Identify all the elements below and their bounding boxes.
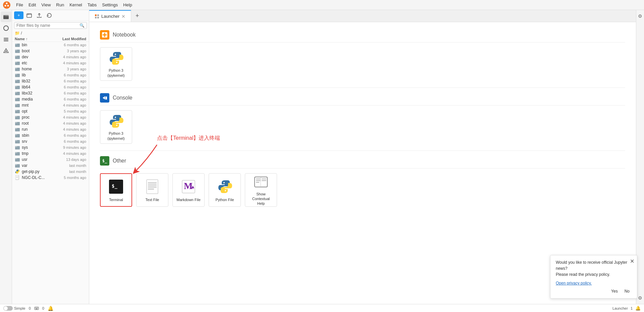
notebook-section-header: Notebook	[100, 30, 625, 43]
console-items: Python 3(ipykernel)	[100, 110, 625, 144]
menu-settings[interactable]: Settings	[99, 1, 120, 9]
svg-rect-51	[15, 152, 17, 153]
other-section-header: $_ Other	[100, 156, 625, 169]
right-settings-bottom-icon[interactable]: ⚙	[637, 295, 644, 301]
menu-run[interactable]: Run	[53, 1, 67, 9]
folder-button[interactable]	[25, 12, 34, 19]
file-item[interactable]: etc 4 minutes ago	[12, 60, 89, 66]
file-item[interactable]: tmp 4 minutes ago	[12, 150, 89, 157]
file-item[interactable]: lib32 6 months ago	[12, 78, 89, 84]
svg-point-0	[3, 1, 10, 9]
launcher-python3-console[interactable]: Python 3(ipykernel)	[100, 110, 132, 144]
launcher-python-file[interactable]: Python File	[209, 173, 241, 207]
file-icon	[15, 175, 20, 180]
file-item[interactable]: bin 6 months ago	[12, 42, 89, 48]
file-item[interactable]: sys 9 minutes ago	[12, 144, 89, 150]
search-input[interactable]	[16, 23, 79, 28]
folder-icon	[15, 90, 20, 96]
notebook-section-icon	[100, 30, 109, 40]
folder-icon	[15, 103, 20, 108]
tab-launcher[interactable]: Launcher ✕	[89, 10, 131, 22]
notification-no-button[interactable]: No	[623, 288, 632, 294]
simple-mode-toggle[interactable]: Simple	[3, 306, 25, 311]
file-item[interactable]: var last month	[12, 163, 89, 169]
other-section-icon: $_	[100, 156, 109, 166]
new-button[interactable]: +	[14, 11, 23, 19]
menu-help[interactable]: Help	[120, 1, 135, 9]
launcher-terminal[interactable]: $_ Terminal	[100, 173, 132, 207]
file-item[interactable]: boot 3 years ago	[12, 48, 89, 54]
file-name: home	[22, 67, 53, 71]
file-item[interactable]: dev 4 minutes ago	[12, 54, 89, 60]
notification-actions: Yes No	[556, 288, 632, 294]
folder-icon	[15, 54, 20, 60]
file-item[interactable]: mnt 4 minutes ago	[12, 102, 89, 108]
svg-point-6	[4, 26, 8, 30]
file-item[interactable]: run 4 minutes ago	[12, 126, 89, 132]
activity-folder-icon[interactable]	[1, 11, 11, 22]
menu-view[interactable]: View	[39, 1, 53, 9]
file-item[interactable]: home 3 years ago	[12, 66, 89, 72]
launcher-contextual-help[interactable]: Show Contextual Help	[245, 173, 277, 207]
file-item[interactable]: opt 5 months ago	[12, 108, 89, 114]
toggle-track	[3, 306, 13, 311]
svg-rect-60	[97, 14, 99, 16]
svg-rect-41	[15, 122, 17, 123]
tab-launcher-label: Launcher	[101, 14, 119, 19]
launcher-markdown-file[interactable]: M Markdown File	[172, 173, 205, 207]
menu-edit[interactable]: Edit	[26, 1, 39, 9]
sidebar-toolbar: +	[12, 10, 89, 21]
folder-icon	[15, 163, 20, 168]
refresh-button[interactable]	[45, 12, 54, 19]
launcher-text-file[interactable]: Text File	[136, 173, 168, 207]
file-item[interactable]: lib64 6 months ago	[12, 84, 89, 90]
file-date: 6 months ago	[53, 91, 86, 95]
folder-icon	[15, 139, 20, 144]
file-name: sbin	[22, 133, 53, 138]
file-item[interactable]: srv 6 months ago	[12, 138, 89, 144]
other-items: $_ Terminal	[100, 173, 625, 207]
file-item[interactable]: lib 6 months ago	[12, 72, 89, 78]
notification-close-button[interactable]: ✕	[630, 258, 634, 264]
right-settings-top-icon[interactable]: ⚙	[637, 13, 644, 19]
file-item[interactable]: proc 4 minutes ago	[12, 114, 89, 120]
file-item[interactable]: get-pip.py last month	[12, 169, 89, 175]
file-item[interactable]: NGC-DL-C... 5 months ago	[12, 175, 89, 181]
file-name: lib32	[22, 79, 53, 83]
tab-close-icon[interactable]: ✕	[121, 14, 125, 19]
status-bell-icon[interactable]: 🔔	[48, 306, 53, 311]
tab-add-button[interactable]: +	[132, 11, 142, 21]
file-item[interactable]: sbin 6 months ago	[12, 132, 89, 138]
folder-icon	[15, 157, 20, 162]
launcher-python3-notebook[interactable]: Python 3(ipykernel)	[100, 47, 132, 81]
file-item[interactable]: usr 13 days ago	[12, 157, 89, 163]
activity-extension-icon[interactable]	[1, 46, 11, 56]
upload-button[interactable]	[35, 12, 44, 19]
activity-bar	[0, 10, 12, 304]
file-list-header[interactable]: Name ↑ Last Modified	[12, 36, 89, 42]
file-item[interactable]: media 6 months ago	[12, 96, 89, 102]
status-bell-right[interactable]: 🔔	[635, 306, 641, 311]
notification-yes-button[interactable]: Yes	[609, 288, 620, 294]
file-item[interactable]: libx32 6 months ago	[12, 90, 89, 96]
file-item[interactable]: root 4 minutes ago	[12, 120, 89, 126]
activity-circle-icon[interactable]	[1, 23, 11, 34]
menu-tabs[interactable]: Tabs	[85, 1, 99, 9]
file-name: proc	[22, 115, 53, 120]
python-file-icon	[15, 169, 20, 174]
file-name: var	[22, 163, 53, 168]
menu-kernel[interactable]: Kernel	[67, 1, 85, 9]
menu-bar: File Edit View Run Kernel Tabs Settings …	[0, 0, 644, 10]
other-section-label: Other	[113, 158, 126, 164]
folder-icon	[15, 127, 20, 132]
file-name: libx32	[22, 91, 53, 96]
file-date: 3 years ago	[53, 67, 86, 71]
activity-command-icon[interactable]	[1, 34, 11, 45]
menu-file[interactable]: File	[13, 1, 26, 9]
simple-mode-label: Simple	[14, 306, 25, 310]
notification-link[interactable]: Open privacy policy.	[556, 281, 632, 286]
file-date: 13 days ago	[53, 158, 86, 162]
markdown-file-label: Markdown File	[176, 197, 201, 202]
status-bar: Simple 0 0 🔔 Launcher 1 🔔	[0, 304, 644, 312]
file-name: boot	[22, 49, 53, 53]
